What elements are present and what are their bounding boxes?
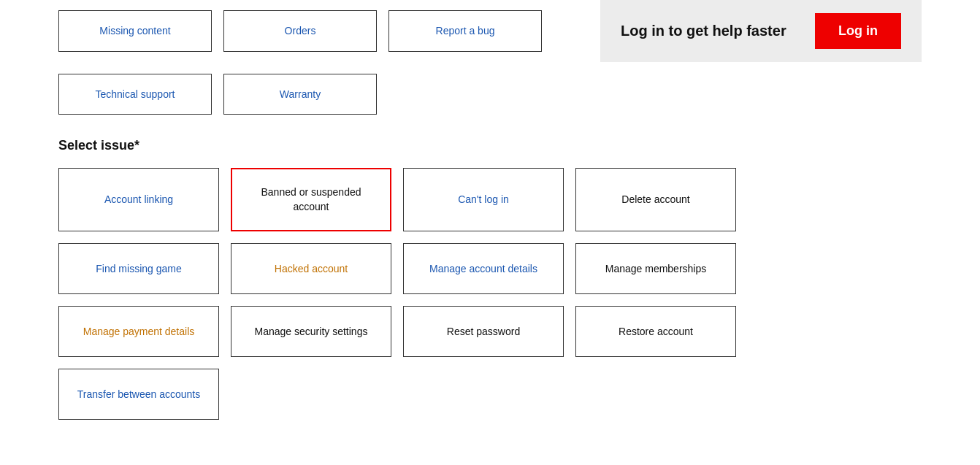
category-btn-report-bug[interactable]: Report a bug [388,10,542,51]
top-buttons-row-2: Technical support Warranty [58,74,922,115]
issue-btn-manage-account-details[interactable]: Manage account details [403,243,564,294]
issue-btn-manage-payment-details[interactable]: Manage payment details [58,306,219,357]
category-btn-warranty[interactable]: Warranty [223,74,377,115]
issue-btn-restore-account[interactable]: Restore account [575,306,736,357]
select-issue-label: Select issue* [58,138,922,153]
category-btn-technical-support[interactable]: Technical support [58,74,212,115]
issue-btn-transfer-between-accounts[interactable]: Transfer between accounts [58,369,219,420]
issue-btn-banned-suspended[interactable]: Banned or suspended account [231,168,391,231]
login-prompt-text: Log in to get help faster [621,23,786,39]
login-panel: Log in to get help faster Log in [600,0,922,62]
category-btn-orders[interactable]: Orders [223,10,377,51]
issue-last-row: Transfer between accounts [58,369,922,420]
issue-grid: Account linking Banned or suspended acco… [58,168,922,357]
category-btn-missing-content[interactable]: Missing content [58,10,212,51]
issue-btn-manage-memberships[interactable]: Manage memberships [575,243,736,294]
login-button[interactable]: Log in [815,13,901,49]
issue-btn-reset-password[interactable]: Reset password [403,306,564,357]
issue-btn-find-missing-game[interactable]: Find missing game [58,243,219,294]
issue-btn-account-linking[interactable]: Account linking [58,168,219,231]
issue-btn-cant-log-in[interactable]: Can't log in [403,168,564,231]
issue-btn-delete-account[interactable]: Delete account [575,168,736,231]
issue-btn-hacked-account[interactable]: Hacked account [231,243,391,294]
issue-btn-manage-security-settings[interactable]: Manage security settings [231,306,391,357]
